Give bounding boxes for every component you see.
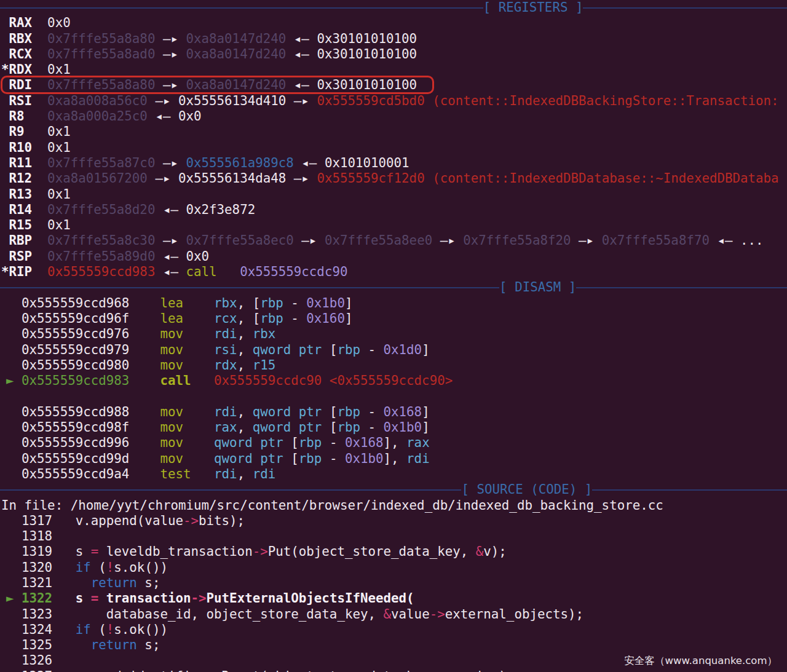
register-changed-marker: [1, 218, 9, 233]
current-instruction-arrow: [6, 358, 22, 373]
text-segment: rsi: [214, 342, 237, 357]
text-segment: 0x1b0: [345, 451, 384, 466]
current-line-arrow: [6, 622, 22, 638]
text-segment: 0x7fffe55a8ad0: [47, 47, 155, 61]
text-segment: leveldb_transaction: [98, 544, 252, 559]
text-segment: database_id, object_store_data_key,: [52, 607, 383, 622]
line-number: 1320: [22, 560, 52, 575]
text-segment: 0x7fffe55a8c30: [47, 233, 155, 248]
source-line: 1323 database_id, object_store_data_key,…: [0, 607, 787, 622]
header-rule-left: [0, 7, 483, 9]
register-row: R130x1: [0, 187, 787, 202]
current-instruction-arrow: [6, 326, 22, 342]
text-segment: 0x555559ccd976: [22, 326, 160, 341]
text-segment: rax: [214, 420, 237, 435]
line-number: 1321: [22, 575, 52, 591]
current-instruction-arrow: [6, 342, 22, 358]
text-segment: ◂—: [286, 31, 317, 46]
text-segment: mov: [160, 405, 214, 419]
register-row: R140x7fffe55a8d20 ◂— 0x2f3e872: [0, 202, 787, 218]
register-row: R150x1: [0, 218, 787, 233]
text-segment: ◂—: [710, 233, 740, 248]
text-segment: 0x555559cd5bd0 (content::IndexedDBBackin…: [317, 93, 778, 108]
text-segment: call: [160, 373, 214, 388]
watermark: 安全客（www.anquanke.com）: [625, 653, 777, 668]
register-row: RDI0x7fffe55a8a80 —▸ 0xa8a0147d240 ◂— 0x…: [0, 77, 787, 93]
current-line-arrow: [6, 653, 22, 668]
text-segment: ->: [183, 513, 199, 528]
text-segment: -: [322, 451, 345, 466]
text-segment: 0x555559ccdc90 <0x555559ccdc90>: [214, 373, 453, 388]
line-number: 1323: [22, 607, 52, 622]
text-segment: 0x0: [178, 109, 202, 124]
text-segment: qword ptr: [253, 342, 322, 357]
text-segment: rbp: [337, 342, 360, 357]
text-segment: 0x1b0: [306, 296, 345, 310]
text-segment: [: [283, 451, 299, 466]
text-segment: r15: [253, 358, 276, 373]
register-changed-marker: *: [1, 62, 9, 77]
line-number: 1317: [22, 513, 52, 529]
line-number: 1318: [22, 529, 52, 544]
text-segment: ->: [430, 607, 445, 622]
text-segment: ,: [237, 342, 253, 357]
register-name: R10: [9, 140, 48, 156]
current-instruction-arrow: [6, 389, 22, 404]
text-segment: ,: [237, 358, 253, 373]
current-line-arrow: [6, 560, 22, 575]
register-name: R13: [9, 187, 48, 202]
text-segment: mov: [160, 326, 214, 341]
register-row: R90x1: [0, 124, 787, 140]
current-line-arrow: ►: [6, 591, 22, 606]
text-segment: 0xa8a0147d240: [186, 31, 287, 46]
register-row: *RIP0x555559ccd983 ◂— call 0x555559ccdc9…: [0, 264, 787, 280]
text-segment: s.ok()): [114, 560, 168, 575]
text-segment: (: [91, 560, 106, 575]
text-segment: mov: [160, 358, 214, 373]
current-line-arrow: [6, 638, 22, 653]
text-segment: qword ptr: [214, 435, 283, 450]
text-segment: (: [91, 622, 106, 637]
text-segment: —▸: [148, 93, 178, 108]
source-line: 1327 record_identifier->Reset(object_sto…: [0, 669, 787, 672]
text-segment: 0x555559ccd980: [22, 358, 160, 373]
text-segment: return: [91, 575, 137, 590]
register-name: RDX: [9, 62, 48, 77]
text-segment: 0x7fffe55a8f20: [463, 233, 571, 248]
text-segment: 0x168: [345, 435, 384, 450]
text-segment: external_objects);: [445, 607, 583, 622]
text-segment: ->: [253, 544, 268, 559]
source-section-title: [ SOURCE (CODE) ]: [461, 482, 592, 497]
text-segment: 0x168: [384, 405, 422, 419]
register-changed-marker: [1, 47, 9, 62]
text-segment: rax: [406, 435, 430, 450]
text-segment: 0x160: [306, 311, 345, 326]
text-segment: ◂—: [286, 77, 317, 92]
header-rule-left: [0, 489, 461, 491]
register-row: RBX0x7fffe55a8a80 —▸ 0xa8a0147d240 ◂— 0x…: [0, 31, 787, 47]
register-row: RCX0x7fffe55a8ad0 —▸ 0xa8a0147d240 ◂— 0x…: [0, 47, 787, 62]
current-line-arrow: [6, 575, 22, 591]
text-segment: ]: [422, 342, 430, 357]
text-segment: mov: [160, 435, 214, 450]
source-line: 1320 if (!s.ok()): [0, 560, 787, 575]
source-line: 1318: [0, 529, 787, 544]
disasm-panel: 0x555559ccd968 lea rbx, [rbp - 0x1b0] 0x…: [0, 296, 787, 483]
text-segment: value: [391, 607, 430, 622]
text-segment: v.append(value: [52, 513, 183, 528]
disasm-row: 0x555559ccd98f mov rax, qword ptr [rbp -…: [0, 420, 787, 435]
text-segment: 0x7fffe55a8ec0: [186, 233, 294, 248]
text-segment: -: [283, 296, 307, 310]
text-segment: qword ptr: [253, 420, 322, 435]
text-segment: lea: [160, 311, 214, 326]
text-segment: 0xa8a01567200: [47, 171, 148, 186]
register-name: R9: [9, 124, 48, 140]
text-segment: 0xa8a000a25c0: [47, 109, 148, 124]
text-segment: ◂—: [155, 202, 186, 217]
text-segment: —▸: [294, 233, 325, 248]
text-segment: 0x7fffe55a8a80: [47, 31, 155, 46]
text-segment: 0x30101010100: [317, 31, 417, 46]
text-segment: 0x1b0: [384, 420, 422, 435]
disasm-row: 0x555559ccd976 mov rdi, rbx: [0, 326, 787, 342]
register-changed-marker: [1, 202, 9, 218]
